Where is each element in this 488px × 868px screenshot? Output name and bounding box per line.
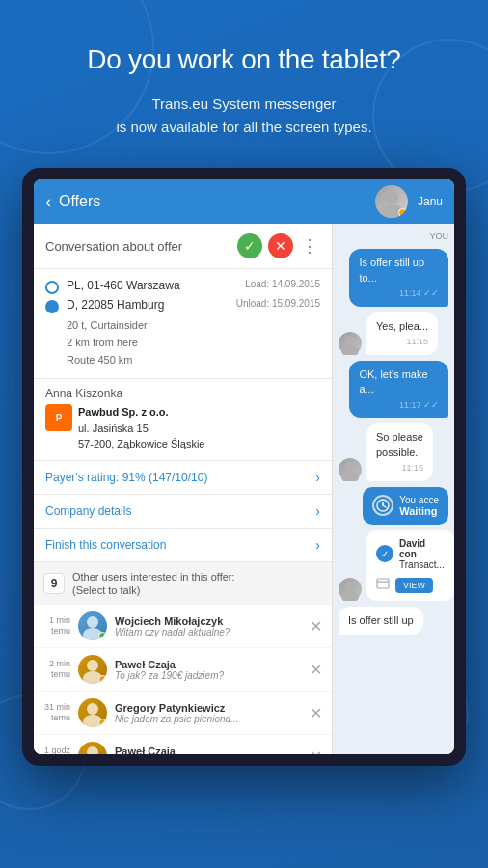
- other-users-section: 9 Other users interested in this offer: …: [34, 562, 332, 755]
- message-time: 11:15: [376, 462, 423, 475]
- unload-date: Unload: 15.09.2015: [236, 298, 320, 309]
- route-detail-cargo: 20 t, Curtainsider: [67, 317, 320, 335]
- other-users-title: Other users interested in this offer: (S…: [72, 570, 235, 598]
- svg-point-0: [385, 191, 398, 204]
- message-bubble-received: So pleasepossible. 11:15: [366, 423, 433, 480]
- clock-icon: [372, 495, 393, 516]
- message-text: Is offer still up to...: [359, 256, 439, 285]
- payer-rating-link[interactable]: Payer's rating: 91% (147/10/10) ›: [34, 461, 332, 495]
- you-accepted-text: You acce: [399, 495, 439, 505]
- company-details: Pawbud Sp. z o.o. ul. Jasińska 15 57-200…: [78, 404, 204, 452]
- online-indicator: [398, 208, 407, 217]
- svg-rect-19: [377, 579, 389, 588]
- message-bubble-received: Yes, plea... 11:15: [366, 312, 438, 355]
- remove-button[interactable]: ✕: [310, 704, 322, 722]
- message-text: Yes, plea...: [376, 319, 428, 334]
- svg-point-2: [87, 616, 98, 628]
- chat-messages: YOU Is offer still up to... 11:14 ✓✓: [333, 224, 454, 754]
- route-to-row: D, 22085 Hamburg Unload: 15.09.2015: [45, 298, 320, 313]
- section-title: Offers: [59, 193, 375, 210]
- user-chat-item[interactable]: 1 godztemu Paweł Czaja Ej, ty, odpujesz …: [34, 735, 332, 754]
- content-area: Conversation about offer ✓ ✕ ⋮ PL, 01-46…: [34, 224, 454, 754]
- user-chat-item[interactable]: 31 mintemu Gregory Patynkiewicz Nie jade…: [34, 692, 332, 734]
- page-subtitle: Trans.eu System messengeris now availabl…: [29, 93, 459, 139]
- user-avatar: [78, 742, 107, 754]
- app-header: ‹ Offers Janu: [34, 179, 454, 224]
- users-count-badge: 9: [43, 573, 65, 594]
- finish-conversation-text: Finish this conversation: [45, 538, 166, 552]
- sender-avatar: [339, 458, 362, 481]
- system-waiting-message: You acce Waiting: [363, 487, 448, 525]
- svg-line-16: [383, 505, 386, 507]
- user-avatar: [78, 655, 107, 684]
- company-row: P Pawbud Sp. z o.o. ul. Jasińska 15 57-2…: [45, 404, 320, 452]
- chat-time: 2 mintemu: [43, 659, 70, 681]
- route-from-row: PL, 01-460 Warszawa Load: 14.09.2015: [45, 279, 320, 294]
- offer-still-row: Is offer still up: [339, 607, 448, 635]
- message-row-received: Yes, plea... 11:15: [339, 312, 448, 355]
- payer-rating-text: Payer's rating: 91% (147/10/10): [45, 471, 207, 484]
- waiting-label: Waiting: [399, 505, 439, 517]
- you-label: YOU: [339, 231, 448, 241]
- accept-button[interactable]: ✓: [237, 233, 262, 258]
- user-chat-content: Wojciech Mikołajczyk Witam czy nadal akt…: [115, 615, 302, 637]
- sender-info: Anna Kiszonka P Pawbud Sp. z o.o. ul. Ja…: [34, 379, 332, 461]
- right-panel: YOU Is offer still up to... 11:14 ✓✓: [333, 224, 454, 754]
- svg-point-13: [341, 472, 359, 481]
- chat-time: 31 mintemu: [43, 702, 70, 724]
- transaction-title: David con: [399, 538, 445, 559]
- company-details-link[interactable]: Company details ›: [34, 495, 332, 529]
- user-chat-item[interactable]: 2 mintemu Paweł Czaja To jak? za 190€ ja…: [34, 648, 332, 691]
- offer-still-text: Is offer still up: [348, 613, 414, 628]
- system-waiting-row: You acce Waiting: [339, 487, 448, 525]
- checkmark-icon: ✓: [376, 545, 393, 562]
- route-to-dot: [45, 300, 59, 313]
- menu-icon[interactable]: ⋮: [299, 233, 320, 258]
- message-time: 11:15: [376, 336, 428, 348]
- tablet-mockup: ‹ Offers Janu: [22, 168, 466, 766]
- remove-button[interactable]: ✕: [310, 617, 322, 636]
- transaction-content: ✓ David con Transact...: [376, 538, 445, 570]
- svg-point-12: [345, 462, 355, 472]
- svg-point-17: [345, 582, 355, 591]
- user-avatar: [78, 698, 107, 727]
- offer-still-message: Is offer still up: [339, 607, 423, 635]
- user-chat-content: Paweł Czaja To jak? za 190€ jadziem?: [115, 659, 302, 681]
- message-row-received: So pleasepossible. 11:15: [339, 423, 448, 480]
- message-time: 11:17 ✓✓: [359, 399, 439, 412]
- message-text: So pleasepossible.: [376, 430, 423, 460]
- user-avatar: [78, 611, 107, 640]
- user-status-dot: [98, 675, 107, 684]
- conversation-actions: ✓ ✕ ⋮: [237, 233, 320, 258]
- company-details-text: Company details: [45, 504, 131, 518]
- route-from: PL, 01-460 Warszawa: [67, 279, 245, 292]
- transaction-subtitle: Transact...: [399, 559, 445, 570]
- user-status-dot: [98, 719, 107, 727]
- decline-button[interactable]: ✕: [268, 233, 293, 258]
- route-from-dot: [45, 281, 59, 294]
- arrow-icon: ›: [315, 470, 320, 485]
- waiting-text-container: You acce Waiting: [399, 495, 439, 517]
- chat-time: 1 godztemu: [43, 746, 70, 755]
- route-info: PL, 01-460 Warszawa Load: 14.09.2015 D, …: [34, 269, 332, 379]
- message-text: OK, let's make a...: [359, 367, 439, 397]
- user-online-dot: [98, 632, 107, 640]
- chat-time: 1 mintemu: [43, 615, 70, 637]
- waiting-content: You acce Waiting: [372, 495, 439, 517]
- svg-point-10: [345, 336, 355, 345]
- company-logo: P: [45, 404, 72, 431]
- view-button[interactable]: VIEW: [395, 578, 433, 593]
- user-chat-content: Paweł Czaja Ej, ty, odpujesz czy co?!: [115, 746, 302, 755]
- transaction-row: ✓ David con Transact... VIEW: [339, 530, 448, 601]
- remove-button[interactable]: ✕: [310, 661, 322, 679]
- tablet-screen: ‹ Offers Janu: [34, 179, 454, 754]
- transaction-details: David con Transact...: [399, 538, 445, 570]
- back-arrow-icon[interactable]: ‹: [45, 192, 51, 212]
- sender-avatar: [339, 578, 362, 601]
- user-chat-item[interactable]: 1 mintemu Wojciech Mikołajczyk Witam czy…: [34, 605, 332, 647]
- message-time: 11:14 ✓✓: [359, 287, 439, 300]
- svg-point-6: [87, 703, 98, 715]
- finish-conversation-link[interactable]: Finish this conversation ›: [34, 529, 332, 562]
- remove-button[interactable]: ✕: [310, 747, 322, 755]
- avatar: [375, 185, 408, 218]
